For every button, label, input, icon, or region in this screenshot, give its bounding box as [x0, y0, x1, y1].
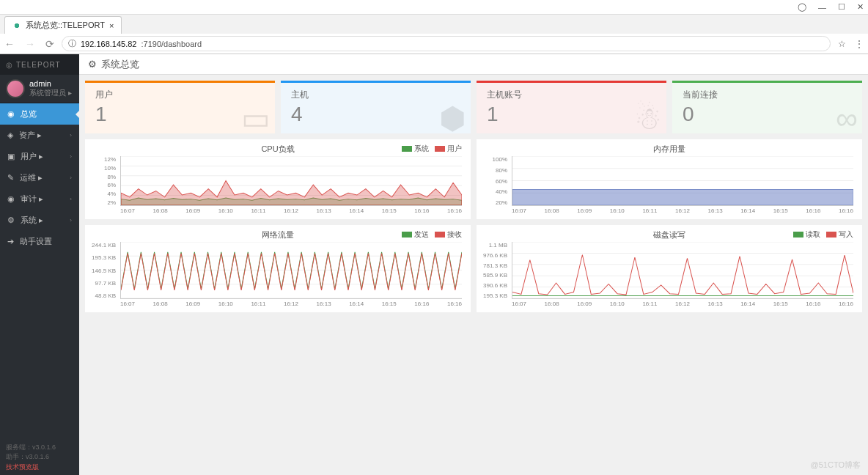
- legend-item: 用户: [435, 144, 462, 154]
- sidebar-item-3[interactable]: ✎运维 ▸›: [0, 167, 79, 188]
- x-axis: 16:0716:0816:0916:1016:1116:1216:1316:14…: [120, 207, 462, 215]
- tab-title: 系统总览::TELEPORT: [26, 20, 105, 31]
- chart-legend: 系统用户: [402, 144, 462, 154]
- window-titlebar: ◯ — ☐ ✕: [0, 0, 868, 15]
- card-bg-icon: ∞: [836, 101, 858, 133]
- sidebar-item-1[interactable]: ◈资产 ▸›: [0, 125, 79, 146]
- nav-back-icon[interactable]: ←: [4, 38, 15, 50]
- chart-title: CPU负载系统用户: [91, 144, 465, 155]
- card-label: 主机: [291, 89, 460, 101]
- sidebar-item-5[interactable]: ⚙系统 ▸›: [0, 210, 79, 231]
- card-label: 当前连接: [683, 89, 852, 101]
- plot-area: [120, 156, 462, 206]
- chart-network: 网络流量发送接收244.1 KB195.3 KB146.5 KB97.7 KB4…: [85, 225, 471, 312]
- url-path: :7190/dashboard: [141, 40, 202, 48]
- user-name: admin: [29, 79, 72, 88]
- browser-menu-icon[interactable]: ⋮: [855, 39, 864, 49]
- chevron-right-icon: ›: [70, 132, 72, 139]
- nav-reload-icon[interactable]: ⟳: [45, 38, 54, 50]
- menu-icon: ⚙: [7, 216, 15, 225]
- user-account-icon[interactable]: ◯: [798, 2, 806, 12]
- menu-label: 审计 ▸: [21, 194, 43, 205]
- browser-addressbar: ← → ⟳ ⓘ 192.168.145.82:7190/dashboard ☆ …: [0, 34, 868, 54]
- card-label: 用户: [95, 89, 265, 101]
- y-axis: 100%80%60%40%20%: [482, 156, 510, 206]
- app-logo: TELEPORT: [0, 54, 79, 75]
- chevron-right-icon: ›: [70, 174, 72, 181]
- chart-title: 磁盘读写读取写入: [482, 229, 856, 240]
- menu-icon: ◈: [7, 130, 13, 140]
- user-box[interactable]: admin 系统管理员 ▸: [0, 75, 79, 103]
- menu-label: 运维 ▸: [20, 172, 43, 183]
- chevron-right-icon: ›: [70, 196, 72, 202]
- sidebar-item-0[interactable]: ◉总览: [0, 103, 79, 125]
- card-value: 1: [95, 103, 265, 126]
- url-host: 192.168.145.82: [81, 40, 136, 48]
- tab-close-icon[interactable]: ×: [109, 21, 114, 30]
- legend-item: 读取: [793, 229, 820, 240]
- plot-area: [512, 242, 853, 299]
- sidebar-item-6[interactable]: ➔助手设置: [0, 231, 79, 252]
- chart-legend: 读取写入: [793, 229, 853, 240]
- menu-label: 系统 ▸: [21, 215, 43, 226]
- nav-forward-icon: →: [25, 38, 35, 50]
- chart-title: 网络流量发送接收: [91, 229, 465, 240]
- plot-area: [512, 156, 853, 206]
- avatar: [6, 79, 25, 98]
- menu-label: 用户 ▸: [21, 151, 43, 162]
- card-bg-icon: ▭: [241, 100, 271, 133]
- site-info-icon[interactable]: ⓘ: [68, 38, 76, 49]
- menu-icon: ◉: [7, 194, 15, 204]
- legend-item: 系统: [402, 144, 429, 154]
- chevron-right-icon: ›: [70, 153, 72, 160]
- favicon-icon: [12, 21, 21, 30]
- sidebar-item-2[interactable]: ▣用户 ▸›: [0, 146, 79, 167]
- y-axis: 12%10%8%6%4%2%: [91, 156, 119, 206]
- browser-tabbar: 系统总览::TELEPORT ×: [0, 15, 868, 34]
- chevron-right-icon: ›: [70, 217, 72, 224]
- watermark: @51CTO博客: [811, 460, 861, 471]
- y-axis: 244.1 KB195.3 KB146.5 KB97.7 KB48.8 KB: [91, 242, 119, 299]
- menu-label: 资产 ▸: [19, 130, 42, 141]
- stat-card-blue: 主机4⬢: [281, 81, 471, 133]
- chart-legend: 发送接收: [402, 229, 462, 240]
- sidebar-item-4[interactable]: ◉审计 ▸›: [0, 188, 79, 210]
- dashboard-icon: ⚙: [88, 59, 97, 70]
- sidebar: TELEPORT admin 系统管理员 ▸ ◉总览◈资产 ▸›▣用户 ▸›✎运…: [0, 54, 79, 475]
- x-axis: 16:0716:0816:0916:1016:1116:1216:1316:14…: [512, 207, 853, 215]
- card-value: 1: [487, 103, 656, 126]
- chart-title: 内存用量: [482, 144, 856, 155]
- card-label: 主机账号: [487, 89, 656, 101]
- version-info: 服务端：v3.0.1.6 助手：v3.0.1.6 技术预览版: [0, 440, 79, 476]
- window-maximize[interactable]: ☐: [838, 2, 845, 12]
- browser-tab[interactable]: 系统总览::TELEPORT ×: [4, 16, 122, 34]
- card-value: 4: [291, 103, 460, 126]
- legend-item: 发送: [402, 229, 429, 240]
- menu-label: 总览: [21, 108, 37, 119]
- legend-item: 接收: [435, 229, 462, 240]
- card-bg-icon: ⬢: [439, 100, 466, 133]
- legend-item: 写入: [826, 229, 853, 240]
- menu-icon: ▣: [7, 152, 15, 161]
- stat-card-red: 主机账号1☃: [477, 81, 666, 133]
- bookmark-star-icon[interactable]: ☆: [838, 39, 846, 49]
- page-title: 系统总览: [101, 58, 139, 71]
- stat-cards: 用户1▭主机4⬢主机账号1☃当前连接0∞: [85, 81, 862, 133]
- x-axis: 16:0716:0816:0916:1016:1116:1216:1316:14…: [512, 301, 853, 308]
- chart-disk: 磁盘读写读取写入1.1 MB976.6 KB781.3 KB585.9 KB39…: [477, 225, 862, 312]
- window-close[interactable]: ✕: [857, 2, 864, 12]
- user-role: 系统管理员 ▸: [29, 88, 72, 98]
- menu-icon: ➔: [7, 237, 14, 246]
- stat-card-orange: 用户1▭: [85, 81, 275, 133]
- plot-area: [120, 242, 462, 299]
- y-axis: 1.1 MB976.6 KB781.3 KB585.9 KB390.6 KB19…: [482, 242, 510, 299]
- card-value: 0: [683, 103, 852, 126]
- url-input[interactable]: ⓘ 192.168.145.82:7190/dashboard: [62, 36, 831, 51]
- stat-card-green: 当前连接0∞: [672, 81, 862, 133]
- nav-menu: ◉总览◈资产 ▸›▣用户 ▸›✎运维 ▸›◉审计 ▸›⚙系统 ▸›➔助手设置: [0, 103, 79, 252]
- chart-memory: 内存用量100%80%60%40%20%16:0716:0816:0916:10…: [477, 139, 862, 219]
- menu-label: 助手设置: [20, 236, 52, 247]
- menu-icon: ✎: [7, 173, 14, 183]
- x-axis: 16:0716:0816:0916:1016:1116:1216:1316:14…: [120, 301, 462, 308]
- window-minimize[interactable]: —: [818, 3, 826, 12]
